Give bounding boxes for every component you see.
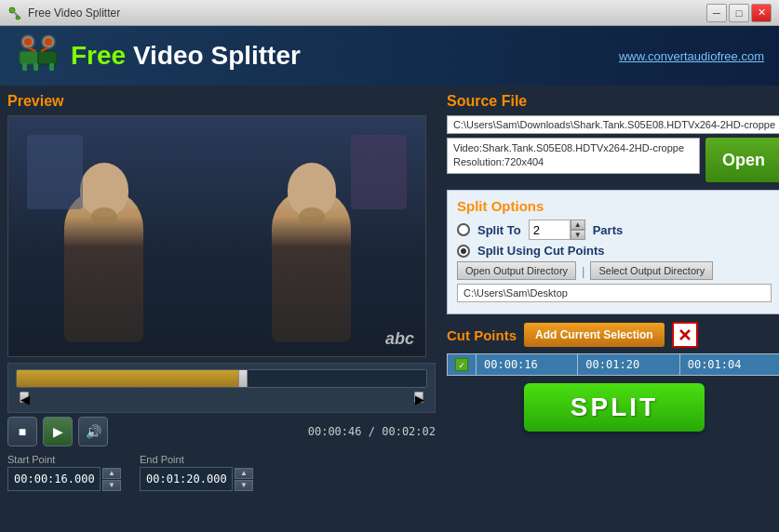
dir-path-box: C:\Users\Sam\Desktop [457, 284, 772, 302]
cut-points-header: Cut Points Add Current Selection [447, 322, 779, 348]
svg-point-8 [45, 38, 52, 46]
split-options: Split Options Split To ▲ ▼ Parts [447, 190, 779, 314]
app-logo: Free Video Splitter [15, 33, 301, 79]
logo-icon [15, 33, 61, 79]
cut-points-title: Cut Points [447, 327, 517, 343]
app-title-free: Free [71, 41, 133, 70]
website-link[interactable]: www.convertaudiofree.com [619, 49, 764, 63]
close-button[interactable]: ✕ [751, 4, 772, 22]
parts-input[interactable] [529, 219, 571, 240]
svg-rect-12 [34, 63, 38, 71]
dir-buttons-row: Open Output Directory | Select Output Di… [457, 261, 772, 280]
timeline-area: ◀ ▶ [7, 363, 436, 413]
preview-area: abc [7, 115, 426, 357]
logo-shirt-left [91, 207, 117, 226]
app-header: Free Video Splitter www.convertaudiofree… [0, 26, 779, 86]
file-info-row: Video:Shark.Tank.S05E08.HDTVx264-2HD-cro… [447, 138, 779, 182]
end-point-down[interactable]: ▼ [235, 480, 253, 491]
range-marker-end[interactable]: ▶ [414, 392, 423, 403]
app-title-splitter: Splitter [204, 41, 301, 70]
minimize-button[interactable]: ─ [706, 4, 727, 22]
open-button[interactable]: Open [705, 138, 779, 182]
controls-row: ■ ▶ 🔊 00:00:46 / 00:02:02 [7, 417, 436, 446]
end-point-label: End Point [140, 454, 253, 465]
svg-rect-13 [49, 63, 54, 71]
end-point-group: End Point 00:01:20.000 ▲ ▼ [140, 454, 253, 491]
row-middle-time: 00:01:20 [578, 354, 679, 376]
start-point-spinners: ▲ ▼ [102, 468, 121, 491]
split-btn-container: SPLIT [447, 383, 779, 432]
end-point-spinners: ▲ ▼ [235, 468, 253, 491]
points-row: Start Point 00:00:16.000 ▲ ▼ End Point 0… [7, 454, 436, 491]
split-to-parts-row: Split To ▲ ▼ Parts [457, 219, 772, 240]
cut-points-section: Cut Points Add Current Selection [447, 322, 779, 376]
start-point-controls: 00:00:16.000 ▲ ▼ [7, 467, 121, 491]
cut-points-table: ✓ 00:00:16 00:01:20 00:01:04 [447, 353, 779, 376]
row-start-time: 00:00:16 [477, 354, 578, 376]
app-small-icon [7, 6, 22, 20]
checkbox-checked[interactable]: ✓ [455, 358, 468, 371]
range-marker-start[interactable]: ◀ [20, 392, 29, 403]
app-title: Free Video Splitter [71, 41, 301, 71]
parts-label: Parts [593, 223, 624, 237]
parts-input-group: ▲ ▼ [529, 219, 585, 240]
main-window: Free Video Splitter www.convertaudiofree… [0, 26, 779, 532]
start-point-group: Start Point 00:00:16.000 ▲ ▼ [7, 454, 121, 491]
volume-button[interactable]: 🔊 [78, 417, 108, 446]
time-display: 00:00:46 / 00:02:02 [308, 425, 436, 438]
row-checkbox[interactable]: ✓ [448, 354, 477, 376]
file-name-line: Video:Shark.Tank.S05E08.HDTVx264-2HD-cro… [453, 141, 693, 155]
delete-icon [678, 328, 692, 341]
figure-left [64, 189, 143, 342]
play-button[interactable]: ▶ [43, 417, 73, 446]
delete-button[interactable] [672, 322, 698, 348]
logo-shirt-right [299, 207, 325, 226]
radio-split-using[interactable] [457, 245, 470, 258]
parts-down[interactable]: ▼ [571, 230, 585, 240]
total-time: 00:02:02 [382, 425, 436, 438]
stop-button[interactable]: ■ [7, 417, 37, 446]
maximize-button[interactable]: □ [729, 4, 749, 22]
abc-logo: abc [385, 329, 414, 349]
table-row[interactable]: ✓ 00:00:16 00:01:20 00:01:04 [448, 354, 780, 376]
add-selection-button[interactable]: Add Current Selection [524, 323, 665, 347]
split-button[interactable]: SPLIT [524, 383, 705, 432]
bg-decor-1 [27, 135, 83, 209]
figure-right [272, 189, 351, 342]
open-output-dir-button[interactable]: Open Output Directory [457, 261, 576, 280]
split-to-label: Split To [477, 223, 521, 237]
split-options-title: Split Options [457, 198, 772, 214]
current-time: 00:00:46 [308, 425, 362, 438]
start-point-up[interactable]: ▲ [102, 468, 121, 479]
split-using-label: Split Using Cut Points [477, 244, 605, 258]
progress-filled [17, 370, 242, 387]
source-section: Source File C:\Users\Sam\Downloads\Shark… [447, 93, 779, 182]
svg-rect-4 [38, 51, 57, 64]
range-markers: ◀ ▶ [16, 392, 427, 403]
resolution-line: Resolution:720x404 [453, 155, 693, 169]
svg-point-6 [24, 38, 32, 46]
bg-decor-2 [351, 135, 407, 209]
end-point-up[interactable]: ▲ [235, 468, 253, 479]
title-bar: Free Video Splitter ─ □ ✕ [0, 0, 779, 26]
start-point-label: Start Point [7, 454, 121, 465]
progress-handle[interactable] [238, 369, 248, 388]
start-point-down[interactable]: ▼ [102, 480, 121, 491]
app-title-video: Video [133, 41, 204, 70]
row-end-time: 00:01:04 [679, 354, 779, 376]
end-point-value: 00:01:20.000 [140, 467, 233, 491]
radio-split-to[interactable] [457, 223, 470, 236]
file-path-box: C:\Users\Sam\Downloads\Shark.Tank.S05E08… [447, 115, 779, 134]
progress-bar[interactable] [16, 369, 427, 388]
title-bar-controls: ─ □ ✕ [706, 4, 772, 22]
select-output-dir-button[interactable]: Select Output Directory [590, 261, 713, 280]
content-area: Preview abc [0, 86, 779, 532]
parts-spinners: ▲ ▼ [571, 219, 585, 240]
start-point-value: 00:00:16.000 [7, 467, 101, 491]
source-title: Source File [447, 93, 779, 110]
parts-up[interactable]: ▲ [571, 219, 585, 230]
svg-point-2 [16, 16, 20, 20]
split-cut-points-row: Split Using Cut Points [457, 244, 772, 258]
title-bar-left: Free Video Splitter [7, 6, 120, 20]
preview-title: Preview [7, 93, 436, 110]
